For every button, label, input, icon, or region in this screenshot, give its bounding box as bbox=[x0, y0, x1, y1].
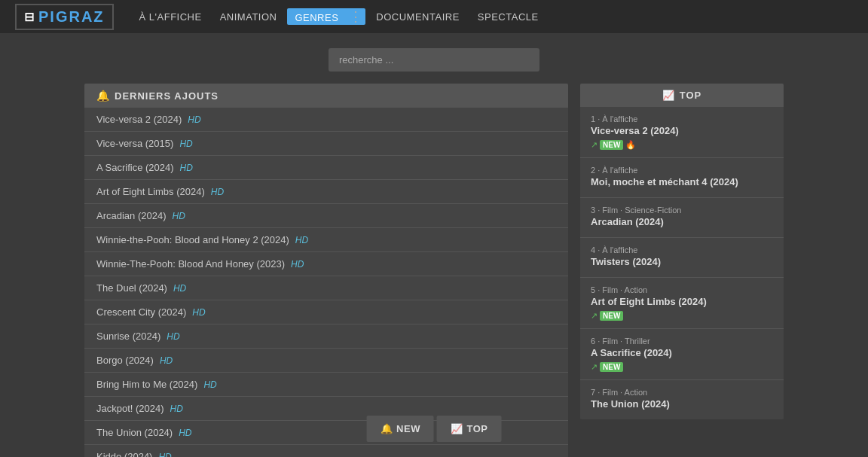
movie-title: Crescent City (2024) bbox=[96, 306, 186, 318]
float-top-button[interactable]: 📈 TOP bbox=[437, 416, 502, 442]
search-wrap bbox=[0, 33, 868, 84]
movie-list-item[interactable]: Vice-versa 2 (2024)HD bbox=[84, 108, 568, 132]
nav-item-genres[interactable]: GENRES⋮ bbox=[287, 8, 365, 25]
movie-list-item[interactable]: Sunrise (2024)HD bbox=[84, 324, 568, 349]
top-list-item[interactable]: 7 · Film · ActionThe Union (2024) bbox=[580, 380, 784, 419]
movie-quality-badge: HD bbox=[180, 163, 193, 173]
movie-title: Vice-versa 2 (2024) bbox=[96, 114, 182, 125]
derniers-ajouts-col: 🔔 DERNIERS AJOUTS Vice-versa 2 (2024)HDV… bbox=[84, 84, 568, 457]
movie-title: Borgo (2024) bbox=[96, 355, 154, 366]
nav-item-documentaire[interactable]: DOCUMENTAIRE bbox=[368, 11, 466, 23]
movie-list-item[interactable]: Winnie-the-Pooh: Blood and Honey 2 (2024… bbox=[84, 228, 568, 252]
top-item-meta: 3 · Film · Science-Fiction bbox=[591, 206, 773, 215]
top-list-item[interactable]: 5 · Film · ActionArt of Eight Limbs (202… bbox=[580, 278, 784, 329]
top-item-badge-wrap: ↗NEW bbox=[591, 362, 623, 372]
logo-icon: ⊟ bbox=[24, 10, 34, 24]
movie-list-item[interactable]: Kiddo (2024)HD bbox=[84, 445, 568, 457]
movie-list-item[interactable]: Arcadian (2024)HD bbox=[84, 204, 568, 228]
movie-title: The Union (2024) bbox=[96, 427, 173, 438]
derniers-ajouts-label: DERNIERS AJOUTS bbox=[115, 90, 219, 102]
floating-buttons: 🔔 NEW 📈 TOP bbox=[367, 416, 502, 442]
top-list-item[interactable]: 2 · À l'afficheMoi, moche et méchant 4 (… bbox=[580, 158, 784, 198]
logo-text: PIGRAZ bbox=[38, 8, 105, 26]
movie-list-item[interactable]: Vice-versa (2015)HD bbox=[84, 132, 568, 156]
float-bell-icon: 🔔 bbox=[381, 423, 393, 434]
bell-icon: 🔔 bbox=[96, 90, 110, 102]
nav-item-affiche[interactable]: À L'AFFICHE bbox=[132, 11, 209, 23]
nav-link-genres[interactable]: GENRES bbox=[287, 9, 346, 26]
nav-item-spectacle[interactable]: SPECTACLE bbox=[470, 11, 546, 23]
movie-quality-badge: HD bbox=[291, 259, 304, 270]
movie-title: Jackpot! (2024) bbox=[96, 403, 164, 414]
top-list-item[interactable]: 4 · À l'afficheTwisters (2024) bbox=[580, 238, 784, 278]
movie-quality-badge: HD bbox=[211, 187, 224, 197]
movie-quality-badge: HD bbox=[179, 428, 191, 438]
nav-link-documentaire[interactable]: DOCUMENTAIRE bbox=[368, 8, 466, 26]
nav-link-spectacle[interactable]: SPECTACLE bbox=[470, 8, 546, 26]
movie-title: Winnie-The-Pooh: Blood And Honey (2023) bbox=[96, 258, 285, 270]
search-input[interactable] bbox=[329, 48, 539, 72]
movie-quality-badge: HD bbox=[188, 114, 200, 125]
movie-quality-badge: HD bbox=[158, 452, 171, 458]
logo[interactable]: ⊟ PIGRAZ bbox=[15, 4, 114, 30]
movie-list-item[interactable]: Crescent City (2024)HD bbox=[84, 300, 568, 324]
main-content: 🔔 DERNIERS AJOUTS Vice-versa 2 (2024)HDV… bbox=[72, 84, 796, 457]
badge-new-label: NEW bbox=[600, 140, 623, 150]
movie-list-item[interactable]: Bring Him to Me (2024)HD bbox=[84, 373, 568, 397]
top-item-meta: 2 · À l'affiche bbox=[591, 166, 773, 175]
badge-arrow-icon: ↗ bbox=[591, 311, 598, 321]
top-item-meta: 4 · À l'affiche bbox=[591, 245, 773, 254]
movie-list-item[interactable]: Art of Eight Limbs (2024)HD bbox=[84, 180, 568, 204]
top-item-meta: 7 · Film · Action bbox=[591, 388, 773, 397]
nav-dots-icon[interactable]: ⋮ bbox=[346, 9, 365, 24]
movie-list-item[interactable]: A Sacrifice (2024)HD bbox=[84, 156, 568, 180]
movie-title: Kiddo (2024) bbox=[96, 451, 152, 457]
nav-link-affiche[interactable]: À L'AFFICHE bbox=[132, 8, 209, 26]
top-item-title: A Sacrifice (2024) bbox=[591, 347, 773, 358]
top-header: 📈 TOP bbox=[580, 84, 784, 107]
top-list-item[interactable]: 6 · Film · ThrillerA Sacrifice (2024)↗NE… bbox=[580, 329, 784, 380]
movie-quality-badge: HD bbox=[160, 355, 173, 366]
top-col: 📈 TOP 1 · À l'afficheVice-versa 2 (2024)… bbox=[580, 84, 784, 457]
badge-new-label: NEW bbox=[600, 362, 623, 372]
nav-link-animation[interactable]: ANIMATION bbox=[212, 8, 285, 26]
badge-arrow-icon: ↗ bbox=[591, 362, 598, 372]
top-list-item[interactable]: 3 · Film · Science-FictionArcadian (2024… bbox=[580, 198, 784, 238]
top-item-meta: 6 · Film · Thriller bbox=[591, 337, 773, 346]
movie-quality-badge: HD bbox=[192, 307, 205, 318]
top-item-title: Art of Eight Limbs (2024) bbox=[591, 296, 773, 307]
movie-title: Arcadian (2024) bbox=[96, 210, 167, 221]
movie-list: Vice-versa 2 (2024)HDVice-versa (2015)HD… bbox=[84, 108, 568, 457]
top-item-meta: 5 · Film · Action bbox=[591, 285, 773, 294]
float-trend-icon: 📈 bbox=[451, 423, 463, 434]
fire-icon: 🔥 bbox=[625, 140, 636, 150]
movie-list-item[interactable]: Winnie-The-Pooh: Blood And Honey (2023)H… bbox=[84, 252, 568, 276]
nav-item-animation[interactable]: ANIMATION bbox=[212, 11, 285, 23]
top-item-title: Vice-versa 2 (2024) bbox=[591, 125, 773, 136]
derniers-ajouts-header: 🔔 DERNIERS AJOUTS bbox=[84, 84, 568, 108]
float-top-label: TOP bbox=[466, 423, 487, 434]
movie-quality-badge: HD bbox=[203, 379, 216, 390]
movie-title: A Sacrifice (2024) bbox=[96, 162, 174, 173]
movie-quality-badge: HD bbox=[295, 235, 308, 245]
top-item-meta: 1 · À l'affiche bbox=[591, 114, 773, 123]
movie-quality-badge: HD bbox=[173, 211, 185, 221]
top-item-title: Moi, moche et méchant 4 (2024) bbox=[591, 176, 773, 187]
float-new-button[interactable]: 🔔 NEW bbox=[367, 416, 434, 442]
top-trend-icon: 📈 bbox=[662, 90, 675, 101]
movie-list-item[interactable]: The Duel (2024)HD bbox=[84, 276, 568, 300]
movie-quality-badge: HD bbox=[167, 331, 179, 342]
movie-quality-badge: HD bbox=[179, 139, 192, 149]
float-new-label: NEW bbox=[396, 423, 420, 434]
movie-quality-badge: HD bbox=[173, 283, 186, 294]
top-item-title: Twisters (2024) bbox=[591, 256, 773, 267]
navbar: ⊟ PIGRAZ À L'AFFICHEANIMATIONGENRES⋮DOCU… bbox=[0, 0, 868, 33]
top-item-badge-wrap: ↗NEW🔥 bbox=[591, 140, 636, 150]
movie-list-item[interactable]: Borgo (2024)HD bbox=[84, 349, 568, 373]
nav-links: À L'AFFICHEANIMATIONGENRES⋮DOCUMENTAIRES… bbox=[132, 8, 546, 25]
top-label: TOP bbox=[680, 90, 702, 101]
top-item-title: The Union (2024) bbox=[591, 398, 773, 410]
movie-title: Art of Eight Limbs (2024) bbox=[96, 186, 205, 197]
movie-title: Bring Him to Me (2024) bbox=[96, 379, 197, 390]
top-list-item[interactable]: 1 · À l'afficheVice-versa 2 (2024)↗NEW🔥 bbox=[580, 107, 784, 158]
